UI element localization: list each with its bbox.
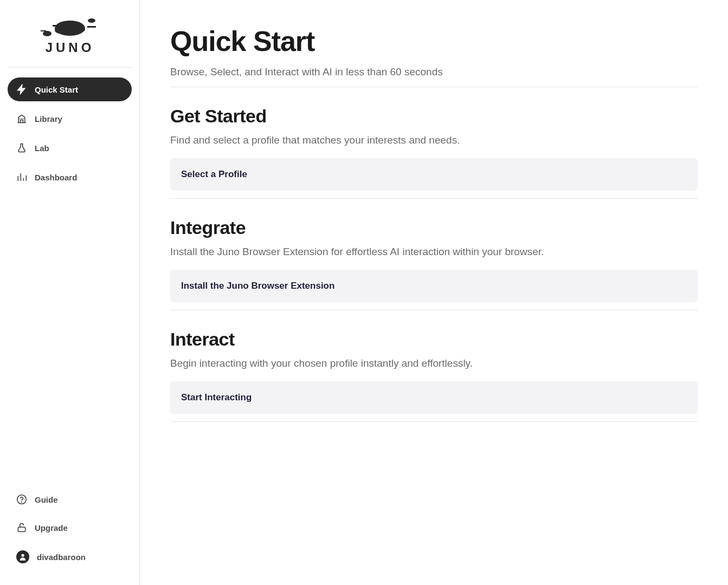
sidebar-item-guide[interactable]: Guide: [8, 487, 132, 511]
logo-container: JUNO: [8, 0, 132, 68]
svg-point-2: [74, 26, 85, 32]
section-desc: Find and select a profile that matches y…: [170, 134, 698, 146]
start-interacting-button[interactable]: Start Interacting: [170, 381, 698, 414]
install-extension-button[interactable]: Install the Juno Browser Extension: [170, 270, 698, 302]
nav-label: Dashboard: [35, 173, 77, 182]
bottom-label: Guide: [35, 495, 58, 504]
svg-point-12: [21, 554, 24, 557]
sidebar-item-upgrade[interactable]: Upgrade: [8, 516, 132, 540]
lightning-icon: [16, 84, 27, 95]
section-title: Get Started: [170, 106, 698, 127]
bottom-label: Upgrade: [35, 523, 68, 532]
svg-point-1: [55, 27, 66, 34]
page-title: Quick Start: [170, 25, 698, 57]
nav-label: Quick Start: [35, 85, 78, 94]
section-integrate: Integrate Install the Juno Browser Exten…: [170, 217, 698, 310]
title-divider: [170, 87, 698, 87]
library-icon: [16, 113, 27, 124]
section-interact: Interact Begin interacting with your cho…: [170, 329, 698, 422]
section-title: Interact: [170, 329, 698, 350]
section-desc: Begin interacting with your chosen profi…: [170, 358, 698, 369]
section-title: Integrate: [170, 217, 698, 238]
svg-rect-11: [18, 527, 25, 531]
avatar-icon: [16, 550, 29, 563]
sidebar: JUNO Quick Start Library Lab Dashboard G…: [0, 0, 140, 585]
sidebar-item-lab[interactable]: Lab: [8, 136, 132, 160]
nav-label: Lab: [35, 144, 49, 153]
page-subtitle: Browse, Select, and Interact with AI in …: [170, 66, 698, 78]
svg-point-10: [22, 502, 22, 502]
svg-rect-6: [87, 26, 96, 28]
section-divider: [170, 310, 698, 310]
sidebar-bottom: Guide Upgrade divadbaroon: [0, 487, 139, 585]
sidebar-item-dashboard[interactable]: Dashboard: [8, 165, 132, 189]
section-divider: [170, 421, 698, 422]
select-profile-button[interactable]: Select a Profile: [170, 158, 698, 191]
sidebar-item-quick-start[interactable]: Quick Start: [8, 77, 132, 101]
svg-point-9: [17, 495, 27, 504]
section-divider: [170, 198, 698, 199]
flask-icon: [16, 142, 27, 153]
svg-rect-5: [53, 25, 59, 27]
main-content: Quick Start Browse, Select, and Interact…: [140, 0, 728, 585]
svg-text:JUNO: JUNO: [45, 40, 94, 55]
help-circle-icon: [16, 494, 27, 505]
bar-chart-icon: [16, 172, 27, 183]
svg-point-3: [43, 31, 51, 36]
nav-section: Quick Start Library Lab Dashboard: [0, 68, 139, 487]
svg-point-4: [88, 18, 95, 23]
sidebar-item-library[interactable]: Library: [8, 107, 132, 131]
unlock-icon: [16, 522, 27, 533]
section-get-started: Get Started Find and select a profile th…: [170, 106, 698, 199]
sidebar-item-user[interactable]: divadbaroon: [8, 544, 132, 570]
username-label: divadbaroon: [37, 552, 86, 562]
section-desc: Install the Juno Browser Extension for e…: [170, 246, 698, 258]
svg-rect-7: [41, 30, 46, 31]
nav-label: Library: [35, 114, 62, 123]
juno-logo: JUNO: [37, 13, 102, 56]
